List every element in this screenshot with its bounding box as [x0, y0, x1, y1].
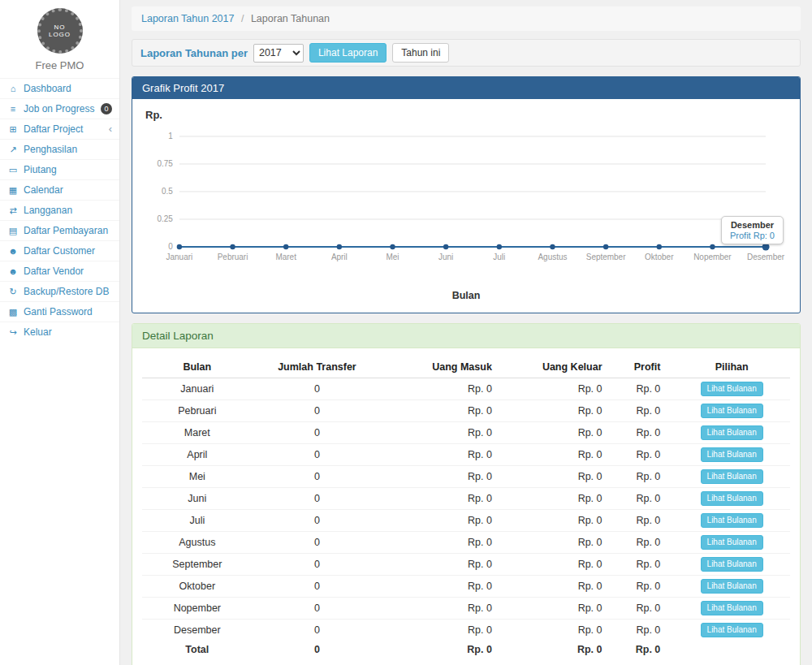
cell-jumlah-transfer: 0	[253, 422, 382, 444]
total-empty-cell	[673, 641, 790, 659]
breadcrumb-link[interactable]: Laporan Tahun 2017	[141, 13, 234, 24]
cell-uang-keluar: Rp. 0	[505, 400, 615, 422]
lihat-bulanan-button[interactable]: Lihat Bulanan	[701, 579, 763, 594]
detail-panel-body: BulanJumlah TransferUang MasukUang Kelua…	[132, 348, 800, 665]
cell-uang-keluar: Rp. 0	[505, 378, 615, 400]
sidebar-item-calendar[interactable]: ▦Calendar	[0, 179, 119, 200]
page-wrapper: NO LOGO Free PMO ⌂Dashboard≡Job on Progr…	[0, 0, 812, 665]
cell-jumlah-transfer: 0	[253, 598, 382, 620]
cell-uang-masuk: Rp. 0	[382, 620, 505, 641]
sidebar-item-label: Job on Progress	[24, 103, 96, 114]
lihat-bulanan-button[interactable]: Lihat Bulanan	[701, 425, 763, 440]
lihat-bulanan-button[interactable]: Lihat Bulanan	[701, 469, 763, 484]
sidebar-item-penghasilan[interactable]: ↗Penghasilan	[0, 139, 119, 159]
lihat-bulanan-button[interactable]: Lihat Bulanan	[701, 623, 763, 637]
column-header: Jumlah Transfer	[253, 356, 382, 378]
cell-uang-masuk: Rp. 0	[382, 554, 505, 576]
table-row: Januari0Rp. 0Rp. 0Rp. 0Lihat Bulanan	[142, 378, 790, 400]
lihat-laporan-button[interactable]: Lihat Laporan	[309, 43, 387, 63]
sidebar-item-keluar[interactable]: ↪Keluar	[0, 322, 119, 342]
breadcrumb-separator: /	[241, 13, 244, 24]
cell-bulan: Pebruari	[142, 400, 253, 422]
cell-profit: Rp. 0	[615, 532, 674, 554]
cell-jumlah-transfer: 0	[253, 444, 382, 466]
logout-icon: ↪	[7, 327, 19, 338]
sidebar-item-label: Langganan	[24, 205, 112, 216]
svg-text:0.75: 0.75	[158, 159, 174, 168]
count-badge: 0	[101, 103, 112, 114]
sidebar-item-label: Keluar	[24, 326, 112, 338]
logo-text-line2: LOGO	[49, 31, 71, 38]
table-row: Oktober0Rp. 0Rp. 0Rp. 0Lihat Bulanan	[142, 576, 790, 598]
profit-chart[interactable]: 00.250.50.751JanuariPebruariMaretAprilMe…	[142, 125, 790, 287]
lihat-bulanan-button[interactable]: Lihat Bulanan	[701, 382, 763, 396]
report-table-head-row: BulanJumlah TransferUang MasukUang Kelua…	[142, 356, 790, 378]
sidebar-item-daftar-pembayaran[interactable]: ▤Daftar Pembayaran	[0, 220, 119, 240]
cell-jumlah-transfer: 0	[253, 378, 382, 400]
sidebar-item-label: Daftar Pembayaran	[24, 225, 112, 236]
cell-bulan: Juni	[142, 488, 253, 510]
sidebar-item-label: Dashboard	[24, 83, 112, 94]
sidebar-item-daftar-vendor[interactable]: ☻Daftar Vendor	[0, 261, 119, 281]
sidebar-item-ganti-password[interactable]: ▩Ganti Password	[0, 301, 119, 322]
cell-uang-masuk: Rp. 0	[382, 576, 505, 598]
y-axis-label: Rp.	[145, 109, 790, 123]
main-content: Laporan Tahun 2017 / Laporan Tahunan Lap…	[120, 0, 812, 665]
sidebar-item-label: Ganti Password	[24, 306, 112, 317]
sidebar-item-backup-restore-db[interactable]: ↻Backup/Restore DB	[0, 281, 119, 301]
lihat-bulanan-button[interactable]: Lihat Bulanan	[701, 447, 763, 462]
sidebar-item-daftar-customer[interactable]: ☻Daftar Customer	[0, 240, 119, 261]
cell-uang-keluar: Rp. 0	[505, 422, 615, 444]
customers-icon: ☻	[7, 246, 19, 256]
year-select[interactable]: 2017	[253, 44, 304, 63]
svg-text:Oktober: Oktober	[645, 253, 674, 261]
sidebar-item-daftar-project[interactable]: ⊞Daftar Project‹	[0, 119, 119, 139]
chevron-left-icon: ‹	[109, 125, 112, 133]
cell-bulan: Agustus	[142, 532, 253, 554]
sidebar-item-label: Calendar	[24, 184, 112, 196]
sidebar-item-label: Backup/Restore DB	[24, 286, 112, 297]
svg-text:Juli: Juli	[493, 253, 505, 261]
report-filter-bar: Laporan Tahunan per 2017 Lihat Laporan T…	[132, 39, 801, 67]
cell-bulan: Januari	[142, 378, 253, 400]
table-row: September0Rp. 0Rp. 0Rp. 0Lihat Bulanan	[142, 554, 790, 576]
cell-uang-keluar: Rp. 0	[505, 488, 615, 510]
cell-uang-keluar: Rp. 0	[505, 466, 615, 488]
lihat-bulanan-button[interactable]: Lihat Bulanan	[701, 557, 763, 572]
tasks-icon: ≡	[7, 104, 19, 114]
lihat-bulanan-button[interactable]: Lihat Bulanan	[701, 404, 763, 418]
cell-profit: Rp. 0	[615, 444, 674, 466]
lihat-bulanan-button[interactable]: Lihat Bulanan	[701, 535, 763, 550]
cell-uang-keluar: Rp. 0	[505, 444, 615, 466]
lihat-bulanan-button[interactable]: Lihat Bulanan	[701, 491, 763, 506]
cell-uang-keluar: Rp. 0	[505, 554, 615, 576]
svg-text:Mei: Mei	[386, 253, 399, 261]
column-header: Profit	[615, 356, 674, 378]
lihat-bulanan-button[interactable]: Lihat Bulanan	[701, 513, 763, 528]
cell-uang-keluar: Rp. 0	[505, 620, 615, 641]
table-row: Nopember0Rp. 0Rp. 0Rp. 0Lihat Bulanan	[142, 598, 790, 620]
svg-text:0.25: 0.25	[158, 214, 174, 223]
sidebar-item-langganan[interactable]: ⇄Langganan	[0, 200, 119, 220]
vendors-icon: ☻	[7, 266, 19, 276]
sidebar-item-piutang[interactable]: ▭Piutang	[0, 159, 119, 179]
cell-profit: Rp. 0	[615, 378, 674, 400]
cell-bulan: Oktober	[142, 576, 253, 598]
cell-bulan: Mei	[142, 466, 253, 488]
svg-text:0.5: 0.5	[162, 187, 173, 196]
lihat-bulanan-button[interactable]: Lihat Bulanan	[701, 601, 763, 615]
svg-text:Juni: Juni	[438, 253, 453, 261]
detail-panel-title: Detail Laporan	[132, 324, 800, 348]
cell-uang-masuk: Rp. 0	[382, 400, 505, 422]
chart-tooltip: Desember Profit Rp: 0	[721, 216, 784, 244]
logo-block: NO LOGO Free PMO	[0, 0, 119, 78]
report-table: BulanJumlah TransferUang MasukUang Kelua…	[142, 356, 790, 659]
table-row: Agustus0Rp. 0Rp. 0Rp. 0Lihat Bulanan	[142, 532, 790, 554]
sidebar-item-dashboard[interactable]: ⌂Dashboard	[0, 78, 119, 98]
sidebar-item-job-on-progress[interactable]: ≡Job on Progress0	[0, 98, 119, 119]
chart-panel-title: Grafik Profit 2017	[132, 77, 800, 99]
tahun-ini-button[interactable]: Tahun ini	[392, 43, 449, 63]
calendar-icon: ▦	[7, 185, 19, 196]
sidebar-item-label: Penghasilan	[24, 144, 112, 155]
cell-profit: Rp. 0	[615, 576, 674, 598]
